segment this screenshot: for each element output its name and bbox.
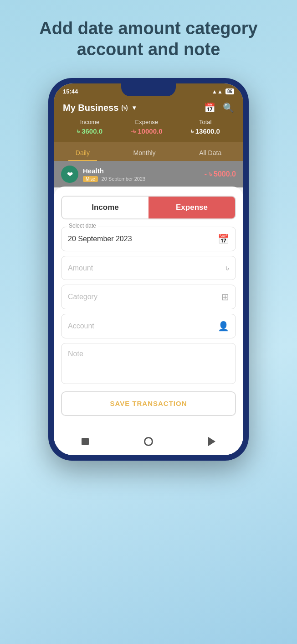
transaction-type-toggle: Income Expense	[61, 196, 236, 219]
date-field[interactable]: Select date 20 September 2023 📅	[61, 227, 236, 251]
date-value: 20 September 2023	[68, 235, 132, 243]
transaction-icon: ❤	[61, 166, 78, 183]
category-icon: ⊞	[221, 291, 229, 302]
account-field[interactable]: Account 👤	[61, 314, 236, 338]
search-icon[interactable]: 🔍	[223, 102, 234, 113]
battery-indicator: 86	[225, 88, 234, 94]
dropdown-arrow-icon[interactable]: ▾	[133, 104, 136, 111]
form-card: Income Expense Select date 20 September …	[54, 187, 243, 430]
phone-shell: 15:44 ▲▲ 86 My Business (৳) ▾ 📅 🔍	[48, 78, 249, 461]
total-value: ৳ 13600.0	[191, 127, 220, 135]
signal-icon: ▲▲	[212, 88, 223, 95]
category-placeholder: Category	[68, 293, 97, 301]
expense-label: Expense	[131, 119, 162, 125]
transaction-item: ❤ Health Misc 20 September 2023	[61, 166, 145, 183]
transaction-meta: Misc 20 September 2023	[83, 176, 145, 182]
amount-placeholder: Amount	[68, 264, 93, 272]
stat-expense: Expense -৳ 10000.0	[131, 119, 162, 135]
status-right: ▲▲ 86	[212, 88, 234, 95]
nav-circle-icon	[144, 437, 153, 446]
category-field[interactable]: Category ⊞	[61, 285, 236, 309]
income-label: Income	[77, 119, 102, 125]
stats-row: Income ৳ 3600.0 Expense -৳ 10000.0 Total…	[63, 119, 234, 135]
transaction-amount: - ৳ 5000.0	[205, 170, 236, 178]
app-title-row: My Business (৳) ▾ 📅 🔍	[63, 102, 234, 113]
calendar-picker-icon[interactable]: 📅	[218, 234, 229, 244]
phone-notch	[121, 83, 176, 96]
tab-daily[interactable]: Daily	[68, 146, 97, 161]
income-value: ৳ 3600.0	[77, 127, 102, 135]
nav-back-button[interactable]	[206, 436, 217, 447]
business-name: My Business	[63, 103, 118, 113]
status-time: 15:44	[63, 88, 78, 95]
tab-monthly[interactable]: Monthly	[126, 146, 163, 161]
headline-line1: Add date amount category	[39, 19, 257, 38]
calendar-icon[interactable]: 📅	[204, 102, 215, 113]
transaction-date: 20 September 2023	[102, 176, 146, 182]
expense-toggle-button[interactable]: Expense	[148, 197, 235, 218]
stat-total: Total ৳ 13600.0	[191, 119, 220, 135]
note-placeholder: Note	[68, 350, 83, 358]
note-field[interactable]: Note	[61, 343, 236, 384]
stat-income: Income ৳ 3600.0	[77, 119, 102, 135]
nav-home-circle-button[interactable]	[143, 436, 154, 447]
nav-bar	[54, 430, 243, 455]
tab-bar: Daily Monthly All Data	[54, 142, 243, 161]
amount-field[interactable]: Amount ৳	[61, 256, 236, 280]
currency-icon: ৳	[225, 263, 229, 273]
expense-value: -৳ 10000.0	[131, 127, 162, 135]
save-transaction-button[interactable]: SAVE TRANSACTION	[61, 391, 236, 416]
currency-symbol: (৳)	[121, 104, 128, 112]
transaction-area: ❤ Health Misc 20 September 2023 - ৳ 5000…	[54, 161, 243, 187]
transaction-tag: Misc	[83, 176, 98, 182]
save-button-label: SAVE TRANSACTION	[110, 400, 187, 407]
nav-square-icon	[82, 438, 89, 445]
headline-line2: account and note	[77, 40, 220, 59]
app-title: My Business (৳) ▾	[63, 103, 136, 113]
account-placeholder: Account	[68, 322, 94, 330]
nav-home-button[interactable]	[80, 436, 91, 447]
account-icon: 👤	[218, 321, 229, 332]
header-icons: 📅 🔍	[204, 102, 234, 113]
date-field-label: Select date	[67, 223, 98, 229]
tab-all-data[interactable]: All Data	[192, 146, 229, 161]
transaction-details: Health Misc 20 September 2023	[83, 167, 145, 182]
income-toggle-button[interactable]: Income	[62, 197, 148, 218]
phone-screen: 15:44 ▲▲ 86 My Business (৳) ▾ 📅 🔍	[54, 83, 243, 455]
total-label: Total	[191, 119, 220, 125]
transaction-name: Health	[83, 167, 145, 175]
headline: Add date amount category account and not…	[30, 18, 266, 78]
app-header: My Business (৳) ▾ 📅 🔍 Income ৳ 3600.0 Ex…	[54, 98, 243, 142]
nav-back-icon	[208, 437, 215, 446]
